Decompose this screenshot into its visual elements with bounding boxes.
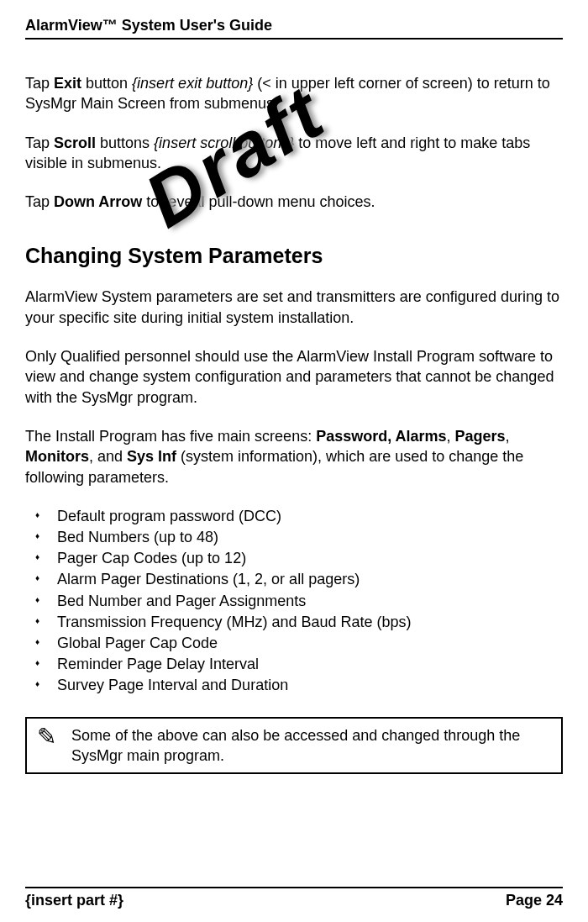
text: , and — [89, 448, 127, 465]
footer-row: {insert part #} Page 24 — [25, 892, 563, 909]
scroll-button-label: Scroll — [54, 134, 96, 151]
note-text: Some of the above can also be accessed a… — [71, 725, 553, 767]
text: Tap — [25, 75, 54, 92]
paragraph-exit: Tap Exit button {insert exit button} (< … — [25, 73, 563, 114]
footer-part-number: {insert part #} — [25, 892, 123, 909]
list-item: Survey Page Interval and Duration — [29, 675, 563, 696]
scroll-placeholder: {insert scroll buttons} — [154, 134, 294, 151]
text: , — [447, 428, 455, 445]
list-item: Alarm Pager Destinations (1, 2, or all p… — [29, 569, 563, 590]
text: Tap — [25, 193, 54, 210]
screen-monitors: Monitors — [25, 448, 89, 465]
screen-password-alarms: Password, Alarms — [316, 428, 446, 445]
paragraph-intro2: Only Qualified personnel should use the … — [25, 346, 563, 408]
note-box: ✎ Some of the above can also be accessed… — [25, 717, 563, 775]
header-rule — [25, 38, 563, 40]
down-arrow-label: Down Arrow — [54, 193, 142, 210]
paragraph-scroll: Tap Scroll buttons {insert scroll button… — [25, 133, 563, 174]
text: , — [506, 428, 510, 445]
list-item: Bed Number and Pager Assignments — [29, 591, 563, 612]
section-heading: Changing System Parameters — [25, 244, 563, 268]
pencil-note-icon: ✎ — [37, 725, 56, 749]
list-item: Transmission Frequency (MHz) and Baud Ra… — [29, 612, 563, 633]
exit-button-label: Exit — [54, 75, 81, 92]
text: Tap — [25, 134, 54, 151]
header-title: AlarmView™ System User's Guide — [25, 17, 563, 34]
paragraph-down-arrow: Tap Down Arrow to reveal pull-down menu … — [25, 192, 563, 212]
text: The Install Program has five main screen… — [25, 428, 316, 445]
footer-page-number: Page 24 — [506, 892, 563, 909]
screen-pagers: Pagers — [455, 428, 506, 445]
footer: {insert part #} Page 24 — [25, 887, 563, 909]
list-item: Pager Cap Codes (up to 12) — [29, 548, 563, 569]
screen-sysinf: Sys Inf — [127, 448, 176, 465]
text: button — [81, 75, 132, 92]
text: buttons — [96, 134, 154, 151]
paragraph-screens: The Install Program has five main screen… — [25, 426, 563, 487]
list-item: Reminder Page Delay Interval — [29, 654, 563, 675]
parameter-list: Default program password (DCC) Bed Numbe… — [25, 506, 563, 697]
text: to reveal pull-down menu choices. — [142, 193, 375, 210]
document-page: AlarmView™ System User's Guide Tap Exit … — [0, 0, 588, 922]
list-item: Bed Numbers (up to 48) — [29, 527, 563, 548]
exit-placeholder: {insert exit button} — [132, 75, 253, 92]
paragraph-intro1: AlarmView System parameters are set and … — [25, 287, 563, 328]
list-item: Global Pager Cap Code — [29, 633, 563, 654]
list-item: Default program password (DCC) — [29, 506, 563, 527]
footer-rule — [25, 887, 563, 888]
page-content: AlarmView™ System User's Guide Tap Exit … — [25, 17, 563, 774]
